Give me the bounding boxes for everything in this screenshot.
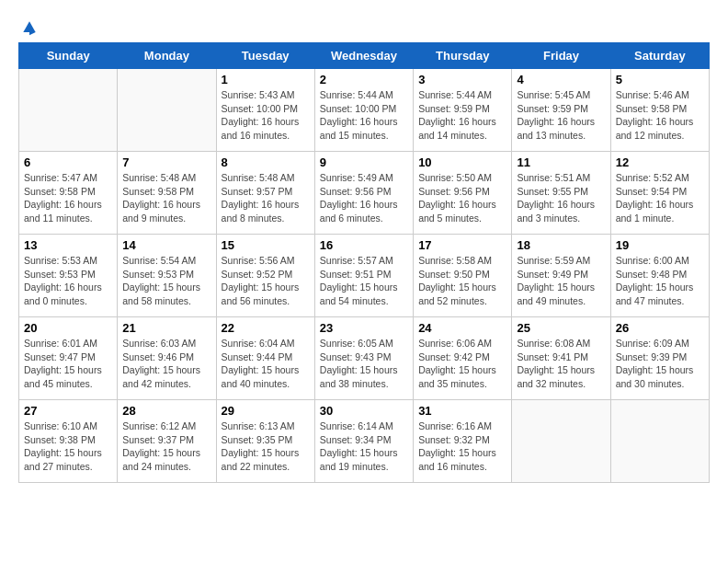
calendar-day-cell: 20Sunrise: 6:01 AM Sunset: 9:47 PM Dayli… [19,317,118,400]
calendar-day-cell: 18Sunrise: 5:59 AM Sunset: 9:49 PM Dayli… [512,235,610,317]
day-info: Sunrise: 6:01 AM Sunset: 9:47 PM Dayligh… [24,337,112,391]
day-number: 12 [616,155,704,169]
calendar-week-row: 20Sunrise: 6:01 AM Sunset: 9:47 PM Dayli… [19,317,710,400]
day-info: Sunrise: 6:14 AM Sunset: 9:34 PM Dayligh… [320,419,408,474]
page-header [18,18,710,33]
calendar-day-cell: 15Sunrise: 5:56 AM Sunset: 9:52 PM Dayli… [216,235,314,317]
calendar-table: SundayMondayTuesdayWednesdayThursdayFrid… [18,42,710,483]
day-info: Sunrise: 5:47 AM Sunset: 9:58 PM Dayligh… [24,171,112,225]
day-number: 28 [122,404,210,418]
calendar-day-cell: 12Sunrise: 5:52 AM Sunset: 9:54 PM Dayli… [610,152,709,235]
day-info: Sunrise: 6:10 AM Sunset: 9:38 PM Dayligh… [24,419,112,474]
day-number: 29 [222,404,310,418]
day-number: 15 [222,238,310,252]
day-info: Sunrise: 5:44 AM Sunset: 9:59 PM Dayligh… [418,88,506,143]
calendar-day-cell: 11Sunrise: 5:51 AM Sunset: 9:55 PM Dayli… [512,152,610,235]
logo-icon [20,18,39,37]
calendar-day-cell: 23Sunrise: 6:05 AM Sunset: 9:43 PM Dayli… [314,317,413,400]
day-number: 20 [24,321,112,335]
day-info: Sunrise: 5:49 AM Sunset: 9:56 PM Dayligh… [320,171,408,225]
calendar-day-cell: 30Sunrise: 6:14 AM Sunset: 9:34 PM Dayli… [314,400,413,483]
calendar-header-row: SundayMondayTuesdayWednesdayThursdayFrid… [19,43,710,69]
day-number: 26 [616,321,704,335]
day-number: 27 [24,404,112,418]
day-number: 17 [418,238,506,252]
calendar-day-cell: 4Sunrise: 5:45 AM Sunset: 9:59 PM Daylig… [512,69,610,152]
day-info: Sunrise: 5:59 AM Sunset: 9:49 PM Dayligh… [517,254,605,308]
day-number: 10 [418,155,506,169]
calendar-day-cell: 2Sunrise: 5:44 AM Sunset: 10:00 PM Dayli… [314,69,413,152]
day-number: 3 [418,73,506,86]
day-info: Sunrise: 5:56 AM Sunset: 9:52 PM Dayligh… [222,254,310,308]
day-info: Sunrise: 5:50 AM Sunset: 9:56 PM Dayligh… [418,171,506,225]
calendar-day-cell: 10Sunrise: 5:50 AM Sunset: 9:56 PM Dayli… [414,152,512,235]
day-info: Sunrise: 5:45 AM Sunset: 9:59 PM Dayligh… [517,88,605,143]
day-number: 18 [517,238,605,252]
calendar-day-cell [610,400,709,483]
calendar-day-cell: 28Sunrise: 6:12 AM Sunset: 9:37 PM Dayli… [118,400,216,483]
day-info: Sunrise: 6:16 AM Sunset: 9:32 PM Dayligh… [418,419,506,474]
day-number: 8 [222,155,310,169]
calendar-week-row: 27Sunrise: 6:10 AM Sunset: 9:38 PM Dayli… [19,400,710,483]
day-number: 1 [222,73,310,86]
day-info: Sunrise: 6:04 AM Sunset: 9:44 PM Dayligh… [222,337,310,391]
calendar-day-cell: 22Sunrise: 6:04 AM Sunset: 9:44 PM Dayli… [216,317,314,400]
day-info: Sunrise: 6:09 AM Sunset: 9:39 PM Dayligh… [616,337,704,391]
calendar-week-row: 13Sunrise: 5:53 AM Sunset: 9:53 PM Dayli… [19,235,710,317]
day-info: Sunrise: 6:12 AM Sunset: 9:37 PM Dayligh… [122,419,210,474]
calendar-day-cell: 19Sunrise: 6:00 AM Sunset: 9:48 PM Dayli… [610,235,709,317]
day-number: 9 [320,155,408,169]
calendar-day-cell [512,400,610,483]
day-info: Sunrise: 5:57 AM Sunset: 9:51 PM Dayligh… [320,254,408,308]
calendar-day-cell: 25Sunrise: 6:08 AM Sunset: 9:41 PM Dayli… [512,317,610,400]
calendar-day-cell: 6Sunrise: 5:47 AM Sunset: 9:58 PM Daylig… [19,152,118,235]
calendar-day-cell: 5Sunrise: 5:46 AM Sunset: 9:58 PM Daylig… [610,69,709,152]
day-info: Sunrise: 5:54 AM Sunset: 9:53 PM Dayligh… [122,254,210,308]
day-info: Sunrise: 5:48 AM Sunset: 9:57 PM Dayligh… [222,171,310,225]
calendar-day-cell: 8Sunrise: 5:48 AM Sunset: 9:57 PM Daylig… [216,152,314,235]
day-of-week-header: Friday [512,43,610,69]
day-number: 2 [320,73,408,86]
calendar-day-cell: 29Sunrise: 6:13 AM Sunset: 9:35 PM Dayli… [216,400,314,483]
day-of-week-header: Monday [118,43,216,69]
day-number: 6 [24,155,112,169]
day-info: Sunrise: 6:03 AM Sunset: 9:46 PM Dayligh… [122,337,210,391]
calendar-day-cell: 1Sunrise: 5:43 AM Sunset: 10:00 PM Dayli… [216,69,314,152]
day-of-week-header: Tuesday [216,43,314,69]
calendar-day-cell [19,69,118,152]
day-number: 14 [122,238,210,252]
day-info: Sunrise: 5:43 AM Sunset: 10:00 PM Daylig… [222,88,310,143]
day-number: 30 [320,404,408,418]
day-number: 21 [122,321,210,335]
calendar-day-cell: 14Sunrise: 5:54 AM Sunset: 9:53 PM Dayli… [118,235,216,317]
day-info: Sunrise: 6:05 AM Sunset: 9:43 PM Dayligh… [320,337,408,391]
calendar-day-cell: 9Sunrise: 5:49 AM Sunset: 9:56 PM Daylig… [314,152,413,235]
calendar-day-cell: 27Sunrise: 6:10 AM Sunset: 9:38 PM Dayli… [19,400,118,483]
day-number: 22 [222,321,310,335]
calendar-day-cell: 7Sunrise: 5:48 AM Sunset: 9:58 PM Daylig… [118,152,216,235]
day-number: 25 [517,321,605,335]
day-of-week-header: Wednesday [314,43,413,69]
day-number: 11 [517,155,605,169]
day-number: 4 [517,73,605,86]
day-number: 24 [418,321,506,335]
logo [18,18,39,33]
day-number: 19 [616,238,704,252]
calendar-day-cell: 13Sunrise: 5:53 AM Sunset: 9:53 PM Dayli… [19,235,118,317]
day-info: Sunrise: 6:06 AM Sunset: 9:42 PM Dayligh… [418,337,506,391]
calendar-day-cell: 21Sunrise: 6:03 AM Sunset: 9:46 PM Dayli… [118,317,216,400]
calendar-day-cell: 31Sunrise: 6:16 AM Sunset: 9:32 PM Dayli… [414,400,512,483]
day-number: 31 [418,404,506,418]
day-info: Sunrise: 5:48 AM Sunset: 9:58 PM Dayligh… [122,171,210,225]
calendar-week-row: 6Sunrise: 5:47 AM Sunset: 9:58 PM Daylig… [19,152,710,235]
day-info: Sunrise: 5:44 AM Sunset: 10:00 PM Daylig… [320,88,408,143]
day-of-week-header: Thursday [414,43,512,69]
day-info: Sunrise: 6:08 AM Sunset: 9:41 PM Dayligh… [517,337,605,391]
day-info: Sunrise: 6:13 AM Sunset: 9:35 PM Dayligh… [222,419,310,474]
day-of-week-header: Sunday [19,43,118,69]
calendar-day-cell: 26Sunrise: 6:09 AM Sunset: 9:39 PM Dayli… [610,317,709,400]
day-number: 5 [616,73,704,86]
calendar-day-cell: 17Sunrise: 5:58 AM Sunset: 9:50 PM Dayli… [414,235,512,317]
calendar-day-cell: 16Sunrise: 5:57 AM Sunset: 9:51 PM Dayli… [314,235,413,317]
day-info: Sunrise: 6:00 AM Sunset: 9:48 PM Dayligh… [616,254,704,308]
